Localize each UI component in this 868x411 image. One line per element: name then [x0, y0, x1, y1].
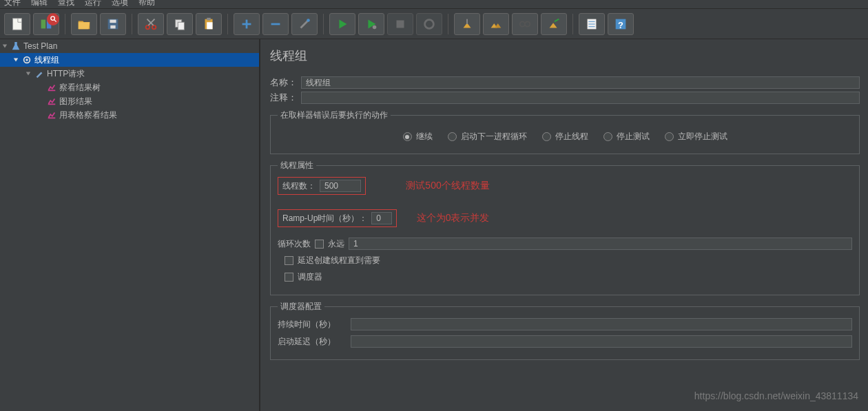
run-button[interactable] [329, 13, 355, 35]
forever-checkbox[interactable] [315, 240, 324, 249]
reset-search-button[interactable] [541, 13, 567, 35]
startup-delay-label: 启动延迟（秒） [278, 336, 347, 348]
svg-point-3 [50, 17, 54, 21]
svg-rect-13 [178, 22, 184, 30]
separator [323, 14, 324, 34]
shutdown-button[interactable] [416, 13, 442, 35]
chart-icon [46, 109, 57, 120]
svg-rect-6 [110, 19, 116, 23]
scheduler-checkbox[interactable] [285, 273, 293, 282]
svg-point-24 [425, 19, 434, 28]
tree-label: 图形结果 [59, 96, 92, 107]
search-icon [47, 13, 59, 25]
svg-rect-7 [110, 25, 115, 28]
add-button[interactable] [234, 13, 260, 35]
tree-label: Test Plan [23, 41, 57, 51]
tree-test-plan[interactable]: Test Plan [0, 39, 259, 53]
toolbar: ? [0, 8, 868, 39]
main-panel: 线程组 名称： 注释： 在取样器错误后要执行的动作 继续 启动下一进程循环 停止… [260, 39, 868, 411]
stop-button[interactable] [387, 13, 413, 35]
svg-line-10 [148, 19, 154, 25]
svg-rect-15 [207, 17, 211, 20]
radio-continue[interactable]: 继续 [403, 131, 433, 143]
paste-button[interactable] [196, 13, 222, 35]
templates-button[interactable] [33, 13, 59, 35]
annotation-2: 这个为0表示并发 [417, 212, 490, 223]
svg-rect-1 [41, 19, 45, 28]
error-action-fieldset: 在取样器错误后要执行的动作 继续 启动下一进程循环 停止线程 停止测试 立即停止… [270, 109, 860, 154]
menu-edit[interactable]: 编辑 [31, 0, 48, 4]
svg-rect-25 [466, 19, 468, 23]
save-button[interactable] [100, 13, 126, 35]
tree-label: 线程组 [34, 54, 59, 66]
find-button[interactable] [512, 13, 538, 35]
separator [132, 14, 132, 34]
menu-run[interactable]: 运行 [85, 0, 101, 4]
threads-label: 线程数： [282, 180, 316, 192]
menu-help[interactable]: 帮助 [138, 0, 155, 4]
svg-text:?: ? [618, 19, 623, 30]
tree-http-request[interactable]: HTTP请求 [0, 67, 259, 81]
error-action-legend: 在取样器错误后要执行的动作 [278, 109, 391, 121]
copy-button[interactable] [167, 13, 193, 35]
thread-props-legend: 线程属性 [278, 160, 316, 171]
forever-label: 永远 [328, 238, 344, 250]
comment-input[interactable] [301, 92, 860, 104]
svg-line-11 [147, 19, 154, 25]
new-file-button[interactable] [4, 13, 30, 35]
radio-stop-test[interactable]: 停止测试 [603, 131, 650, 143]
gear-icon [21, 54, 32, 65]
svg-point-22 [373, 25, 377, 29]
delay-label: 延迟创建线程直到需要 [298, 255, 380, 266]
scheduler-legend: 调度器配置 [278, 301, 324, 313]
menu-file[interactable]: 文件 [4, 0, 21, 4]
run-no-pause-button[interactable] [358, 13, 384, 35]
open-button[interactable] [71, 13, 97, 35]
chart-icon [46, 96, 57, 107]
svg-rect-23 [397, 20, 404, 28]
radio-stop-now[interactable]: 立即停止测试 [665, 131, 727, 143]
clear-all-button[interactable] [483, 13, 509, 35]
radio-next-loop[interactable]: 启动下一进程循环 [448, 131, 527, 143]
cut-button[interactable] [138, 13, 164, 35]
help-button[interactable]: ? [608, 13, 634, 35]
duration-input[interactable] [351, 318, 852, 330]
separator [227, 14, 228, 34]
separator [572, 14, 573, 34]
comment-label: 注释： [270, 92, 297, 104]
tree-label: 用表格察看结果 [59, 109, 117, 121]
wand-button[interactable] [291, 13, 318, 35]
scheduler-fieldset: 调度器配置 持续时间（秒） 启动延迟（秒） [270, 301, 860, 360]
startup-delay-input[interactable] [351, 335, 852, 348]
pipette-icon [34, 68, 45, 79]
loop-label: 循环次数 [278, 238, 311, 250]
delay-checkbox[interactable] [285, 256, 293, 265]
svg-rect-16 [207, 22, 212, 29]
ramp-input[interactable] [371, 212, 392, 224]
loop-input[interactable] [349, 238, 852, 250]
annotation-1: 测试500个线程数量 [406, 180, 489, 191]
tree-graph-result[interactable]: 图形结果 [0, 94, 259, 108]
clear-button[interactable] [454, 13, 480, 35]
name-input[interactable] [301, 76, 860, 89]
svg-point-27 [525, 21, 530, 26]
svg-point-8 [146, 25, 150, 29]
chart-icon [46, 82, 57, 93]
thread-props-fieldset: 线程属性 线程数： 测试500个线程数量 Ramp-Up时间（秒）： 这个为0表… [270, 160, 860, 295]
menu-find[interactable]: 查找 [58, 0, 74, 4]
tree-label: 察看结果树 [59, 82, 101, 94]
function-helper-button[interactable] [579, 13, 605, 35]
tree-thread-group[interactable]: 线程组 [0, 53, 259, 67]
panel-title: 线程组 [270, 48, 860, 64]
svg-line-20 [301, 20, 309, 28]
watermark: https://blog.csdn.net/weixin_43811134 [694, 390, 858, 401]
tree-table-result[interactable]: 用表格察看结果 [0, 108, 259, 122]
menu-options[interactable]: 选项 [112, 0, 128, 4]
radio-stop-thread[interactable]: 停止线程 [542, 131, 588, 143]
remove-button[interactable] [262, 13, 289, 35]
threads-input[interactable] [320, 180, 361, 192]
tree-result-tree[interactable]: 察看结果树 [0, 81, 259, 94]
svg-point-35 [25, 59, 28, 61]
svg-point-21 [307, 19, 310, 22]
name-label: 名称： [270, 76, 297, 89]
